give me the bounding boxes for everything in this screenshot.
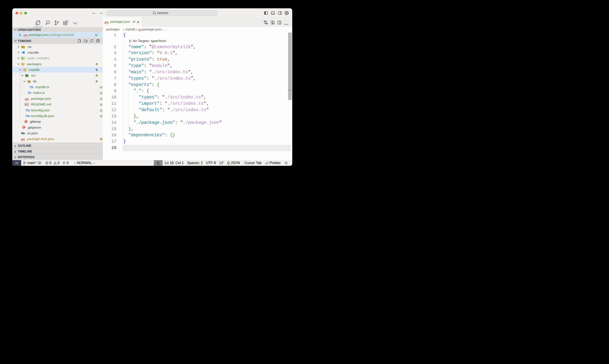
svg-text:</>: </>: [26, 75, 28, 77]
svg-text:M: M: [25, 104, 27, 106]
svg-text:JS: JS: [23, 58, 25, 59]
